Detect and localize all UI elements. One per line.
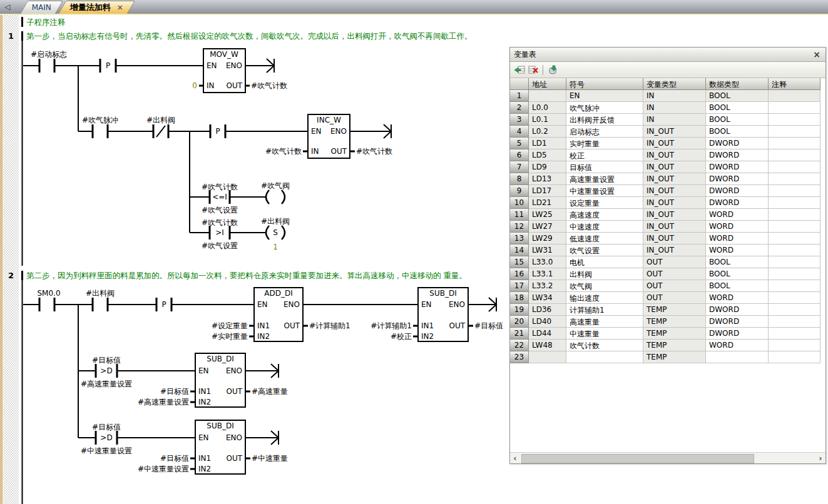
table-cell[interactable]: 电机 — [566, 256, 643, 268]
table-cell[interactable]: IN_OUT — [643, 221, 706, 233]
table-cell[interactable]: 出料阀 — [566, 268, 643, 280]
table-cell[interactable]: OUT — [643, 256, 706, 268]
table-cell[interactable]: WORD — [706, 221, 769, 233]
subroutine-comment[interactable]: 子程序注释 — [21, 17, 66, 27]
row-number[interactable]: 13 — [510, 233, 529, 244]
table-cell[interactable]: L0.2 — [529, 126, 566, 138]
operand-ms-weight-setting[interactable]: #中速重量设置 — [138, 465, 189, 473]
row-number[interactable]: 4 — [510, 126, 529, 138]
compare-operand-bottom[interactable]: #吹气设置 — [202, 241, 238, 250]
table-cell[interactable] — [769, 340, 820, 351]
operand-outlet-valve[interactable]: #出料阀 — [86, 289, 115, 298]
table-cell[interactable]: TEMP — [643, 316, 706, 328]
table-cell[interactable] — [769, 90, 820, 102]
table-cell[interactable]: LD9 — [529, 161, 566, 173]
table-cell[interactable]: 中速重量 — [566, 328, 643, 340]
coil-blow-valve[interactable]: #吹气阀 — [261, 181, 290, 204]
close-panel-icon[interactable]: × — [812, 49, 822, 59]
operand-calc-aux1[interactable]: #计算辅助1 — [371, 321, 412, 330]
table-cell[interactable] — [769, 209, 820, 221]
delete-row-button[interactable] — [526, 64, 540, 76]
row-number[interactable]: 8 — [510, 173, 529, 185]
table-cell[interactable]: LW25 — [529, 209, 566, 221]
row-number[interactable]: 20 — [510, 316, 529, 328]
tab-scroll-left-button[interactable]: ◁ — [1, 1, 14, 13]
table-cell[interactable] — [529, 90, 566, 102]
table-cell[interactable] — [769, 244, 820, 256]
operand-outlet-valve[interactable]: #出料阀 — [146, 116, 175, 124]
apply-changes-button[interactable] — [546, 64, 560, 76]
table-cell[interactable]: DWORD — [706, 173, 769, 185]
table-cell[interactable] — [769, 304, 820, 316]
row-number[interactable]: 3 — [510, 114, 529, 126]
mov-in-value[interactable]: 0 — [192, 81, 197, 90]
table-cell[interactable]: 高速重量设置 — [566, 173, 643, 185]
table-cell[interactable]: OUT — [643, 280, 706, 292]
compare-operand-bottom[interactable]: #高速重量设置 — [81, 380, 132, 388]
row-number[interactable]: 10 — [510, 197, 529, 209]
inc-w-box[interactable]: INC_W EN ENO IN OUT — [308, 114, 350, 158]
table-cell[interactable] — [769, 316, 820, 328]
compare-operator[interactable]: >D — [100, 433, 112, 442]
table-cell[interactable]: WORD — [706, 244, 769, 256]
row-number[interactable]: 15 — [510, 256, 529, 268]
table-cell[interactable]: DWORD — [706, 197, 769, 209]
compare-operand-bottom[interactable]: #中速重量设置 — [81, 446, 132, 455]
row-number[interactable]: 2 — [510, 102, 529, 114]
row-number[interactable]: 16 — [510, 268, 529, 280]
table-cell[interactable]: 出料阀开反馈 — [566, 114, 643, 126]
table-cell[interactable]: BOOL — [706, 102, 769, 114]
row-number[interactable]: 1 — [510, 90, 529, 102]
table-cell[interactable]: 吹气计数 — [566, 340, 643, 351]
table-cell[interactable]: LD5 — [529, 149, 566, 161]
table-cell[interactable] — [769, 138, 820, 149]
table-cell[interactable]: 校正 — [566, 149, 643, 161]
table-cell[interactable]: TEMP — [643, 328, 706, 340]
table-cell[interactable]: 高速重量 — [566, 316, 643, 328]
table-cell[interactable] — [769, 221, 820, 233]
table-cell[interactable] — [769, 256, 820, 268]
operand-correction[interactable]: #校正 — [391, 332, 412, 341]
table-cell[interactable]: BOOL — [706, 114, 769, 126]
table-cell[interactable]: DWORD — [706, 328, 769, 340]
operand-realtime-weight[interactable]: #实时重量 — [212, 332, 248, 341]
table-cell[interactable]: L0.0 — [529, 102, 566, 114]
table-cell[interactable]: LD40 — [529, 316, 566, 328]
table-cell[interactable] — [769, 126, 820, 138]
operand-calc-aux1[interactable]: #计算辅助1 — [309, 321, 350, 330]
compare-operand-top[interactable]: #目标值 — [92, 423, 121, 431]
operand-start-flag[interactable]: #启动标志 — [31, 50, 67, 59]
table-cell[interactable]: LW29 — [529, 233, 566, 244]
network-1-comment[interactable]: 第一步，当启动标志有信号时，先清零。然后根据设定的吹气次数，间歇吹气次。完成以后… — [26, 31, 473, 41]
table-cell[interactable] — [769, 173, 820, 185]
table-cell[interactable]: BOOL — [706, 90, 769, 102]
table-cell[interactable]: L33.1 — [529, 268, 566, 280]
table-cell[interactable] — [769, 114, 820, 126]
table-cell[interactable] — [566, 351, 643, 363]
tab-main[interactable]: MAIN — [20, 1, 63, 14]
table-cell[interactable] — [769, 292, 820, 304]
table-cell[interactable]: LW31 — [529, 244, 566, 256]
row-number[interactable]: 6 — [510, 149, 529, 161]
operand-set-weight[interactable]: #设定重量 — [212, 321, 248, 330]
mov-w-box[interactable]: MOV_W EN ENO IN OUT — [203, 49, 245, 93]
table-cell[interactable]: TEMP — [643, 340, 706, 351]
table-cell[interactable]: IN_OUT — [643, 209, 706, 221]
row-number[interactable]: 11 — [510, 209, 529, 221]
row-number[interactable]: 17 — [510, 280, 529, 292]
table-cell[interactable] — [769, 149, 820, 161]
table-cell[interactable]: DWORD — [706, 316, 769, 328]
row-number[interactable]: 14 — [510, 244, 529, 256]
table-cell[interactable]: LD17 — [529, 185, 566, 197]
table-cell[interactable]: 设定重量 — [566, 197, 643, 209]
table-cell[interactable]: DWORD — [706, 138, 769, 149]
table-cell[interactable]: IN_OUT — [643, 126, 706, 138]
subroutine-comment-text[interactable]: 子程序注释 — [26, 18, 66, 27]
row-number[interactable]: 7 — [510, 161, 529, 173]
compare-operand-bottom[interactable]: #吹气设置 — [202, 206, 238, 214]
table-cell[interactable]: IN_OUT — [643, 149, 706, 161]
table-cell[interactable]: IN_OUT — [643, 138, 706, 149]
table-cell[interactable] — [769, 351, 820, 363]
edge-p-contact[interactable]: P — [161, 300, 166, 309]
table-cell[interactable]: 中速重量设置 — [566, 185, 643, 197]
